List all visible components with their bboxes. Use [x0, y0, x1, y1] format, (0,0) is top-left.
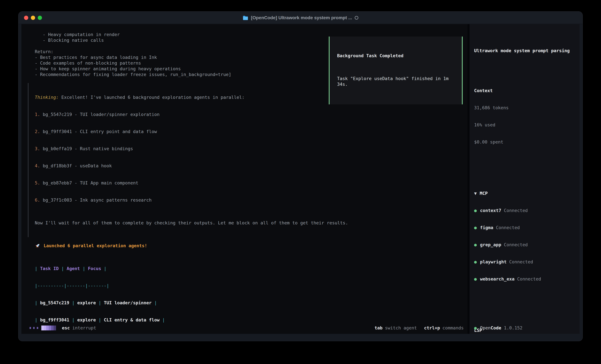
brand-open: Open [480, 325, 491, 331]
launch-text: Launched 6 parallel exploration agents! [44, 243, 147, 249]
chat-pane: - Heavy computation in render - Blocking… [21, 24, 468, 334]
zoom-button[interactable] [38, 16, 42, 20]
commands-hint: ctrl+p commands [424, 325, 464, 331]
toast-body: Task "Explore useData hook" finished in … [337, 76, 457, 87]
thinking-item: 2. bg_f9ff3041 - CLI entry point and dat… [35, 129, 461, 134]
status-dot-icon: ● [474, 325, 477, 331]
context-spent: $0.00 spent [474, 139, 576, 145]
thinking-wait-line: Now I'll wait for all of them to complet… [35, 220, 461, 226]
proxy-circle-icon [355, 16, 358, 19]
window-title-group: [OpenCode] Ultrawork mode system prompt … [243, 15, 358, 20]
mcp-server-row: ●grep_appConnected [474, 242, 576, 248]
toast-notification: Background Task Completed Task "Explore … [329, 37, 463, 104]
close-button[interactable] [24, 16, 28, 20]
context-section: Context 31,686 tokens 16% used $0.00 spe… [474, 76, 576, 156]
thinking-label: Thinking: [35, 95, 59, 100]
tab-hint: tab switch agent [375, 325, 417, 331]
launch-announcement: Launched 6 parallel exploration agents! [35, 243, 461, 249]
mcp-server-row: ●figmaConnected [474, 225, 576, 230]
window-content: - Heavy computation in render - Blocking… [21, 24, 580, 334]
window-title: [OpenCode] Ultrawork mode system prompt … [251, 15, 352, 20]
thinking-block: Thinking: Excellent! I've launched 6 bac… [28, 83, 461, 237]
main-status-bar: esc interrupt tab switch agent ctrl+p co… [21, 322, 468, 334]
mcp-server-row: ●context7Connected [474, 208, 576, 213]
title-bar: [OpenCode] Ultrawork mode system prompt … [19, 12, 582, 24]
status-dot-icon: ● [474, 208, 477, 213]
ctrlp-key: ctrl+p [424, 325, 440, 331]
sidebar-footer: ● Open Code 1.0.152 [470, 322, 580, 334]
app-window: [OpenCode] Ultrawork mode system prompt … [18, 11, 583, 341]
thinking-item: 1. bg_5547c219 - TUI loader/spinner expl… [35, 112, 461, 117]
thinking-item: 6. bg_37f1c003 - Ink async patterns rese… [35, 197, 461, 203]
sidebar-content: Ultrawork mode system prompt parsing Con… [470, 24, 580, 334]
brand-code: Code [491, 325, 501, 331]
pane-divider [468, 24, 470, 334]
app-version: 1.0.152 [504, 325, 522, 331]
context-tokens: 31,686 tokens [474, 105, 576, 111]
thinking-item: 5. bg_eb87ebb7 - TUI App main component [35, 180, 461, 186]
rocket-icon [35, 243, 40, 249]
busy-spinner-icon [30, 326, 56, 330]
status-hints-right: tab switch agent ctrl+p commands [368, 325, 464, 331]
sidebar: Ultrawork mode system prompt parsing Con… [470, 24, 580, 334]
tab-key: tab [375, 325, 383, 331]
session-title: Ultrawork mode system prompt parsing [474, 48, 576, 54]
mcp-section: ▼MCP ●context7Connected ●figmaConnected … [474, 179, 576, 293]
table-row: | bg_5547c219 | explore | TUI loader/spi… [35, 300, 461, 306]
status-dot-icon: ● [474, 225, 477, 230]
esc-hint: esc interrupt [62, 325, 96, 331]
mcp-heading[interactable]: ▼MCP [474, 191, 576, 196]
mcp-server-row: ●websearch_exaConnected [474, 276, 576, 282]
mcp-server-row: ●playwrightConnected [474, 259, 576, 265]
traffic-lights [24, 12, 42, 24]
folder-icon [243, 16, 248, 20]
toast-title: Background Task Completed [337, 53, 457, 58]
status-dot-icon: ● [474, 276, 477, 282]
status-dot-icon: ● [474, 259, 477, 265]
table-separator-row: |----------|-------|-------| [35, 283, 461, 288]
context-used: 16% used [474, 122, 576, 128]
collapse-arrow-icon: ▼ [474, 191, 477, 196]
context-heading: Context [474, 88, 576, 94]
thinking-item: 3. bg_b0effa19 - Rust native bindings [35, 146, 461, 152]
thinking-item: 4. bg_df18bb3f - useData hook [35, 163, 461, 169]
status-dot-icon: ● [474, 242, 477, 248]
esc-key: esc [62, 325, 70, 331]
table-header-row: | Task ID | Agent | Focus | [35, 266, 461, 271]
minimize-button[interactable] [31, 16, 35, 20]
